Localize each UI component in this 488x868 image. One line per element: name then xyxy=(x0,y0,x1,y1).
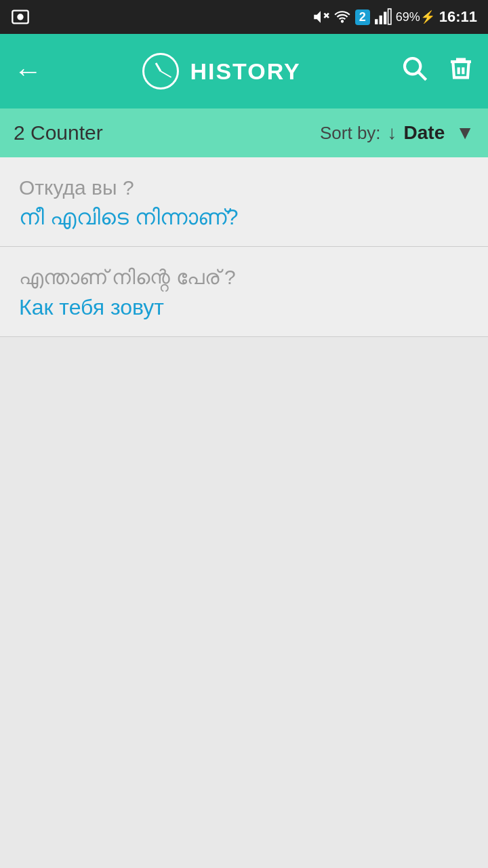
history-list: Откуда вы ? നീ എവിടെ നിന്നാണ്? എന്താണ് ന… xyxy=(0,157,488,337)
status-bar-left xyxy=(11,7,30,26)
clock-minute-hand xyxy=(161,71,172,78)
page-title: HISTORY xyxy=(190,58,300,85)
history-item-translation-1: നീ എവിടെ നിന്നാണ്? xyxy=(19,205,469,230)
svg-point-1 xyxy=(17,14,23,20)
sort-dropdown-icon[interactable]: ▼ xyxy=(455,122,474,144)
search-button[interactable] xyxy=(401,55,428,88)
status-time: 16:11 xyxy=(439,8,477,26)
status-bar-right: 2 69%⚡ 16:11 xyxy=(312,8,477,26)
sort-direction-icon: ↓ xyxy=(388,122,397,144)
trash-icon xyxy=(447,55,474,82)
sort-value: Date xyxy=(404,122,445,144)
sort-bar: 2 Counter Sort by: ↓ Date ▼ xyxy=(0,108,488,157)
clock-icon xyxy=(142,53,179,90)
wifi-icon xyxy=(333,8,351,26)
history-item-source-2: എന്താണ് നിന്റെ പേര് ? xyxy=(19,266,469,290)
svg-rect-6 xyxy=(375,19,378,24)
svg-rect-9 xyxy=(388,9,390,24)
sort-controls[interactable]: Sort by: ↓ Date ▼ xyxy=(320,122,474,144)
screenshot-icon xyxy=(11,7,30,26)
notification-badge: 2 xyxy=(355,9,370,25)
app-bar-title: HISTORY xyxy=(56,53,388,90)
signal-icon xyxy=(374,8,392,26)
app-bar-actions xyxy=(401,55,474,88)
history-item-2[interactable]: എന്താണ് നിന്റെ പേര് ? Как тебя зовут xyxy=(0,247,488,337)
svg-rect-8 xyxy=(384,12,386,24)
svg-point-10 xyxy=(405,58,420,74)
delete-button[interactable] xyxy=(447,55,474,88)
svg-point-5 xyxy=(342,20,343,22)
battery-text: 69%⚡ xyxy=(396,9,435,24)
history-item-translation-2: Как тебя зовут xyxy=(19,295,469,320)
app-bar: ← HISTORY xyxy=(0,34,488,108)
svg-line-11 xyxy=(418,72,426,80)
svg-rect-7 xyxy=(379,16,382,24)
counter-label: 2 Counter xyxy=(14,121,103,144)
back-button[interactable]: ← xyxy=(14,55,42,87)
mute-icon xyxy=(312,8,329,26)
search-icon xyxy=(401,55,428,82)
status-bar: 2 69%⚡ 16:11 xyxy=(0,0,488,34)
svg-marker-2 xyxy=(314,11,321,22)
sort-by-label: Sort by: xyxy=(320,123,381,144)
history-item-source-1: Откуда вы ? xyxy=(19,176,469,199)
history-item-1[interactable]: Откуда вы ? നീ എവിടെ നിന്നാണ്? xyxy=(0,157,488,247)
